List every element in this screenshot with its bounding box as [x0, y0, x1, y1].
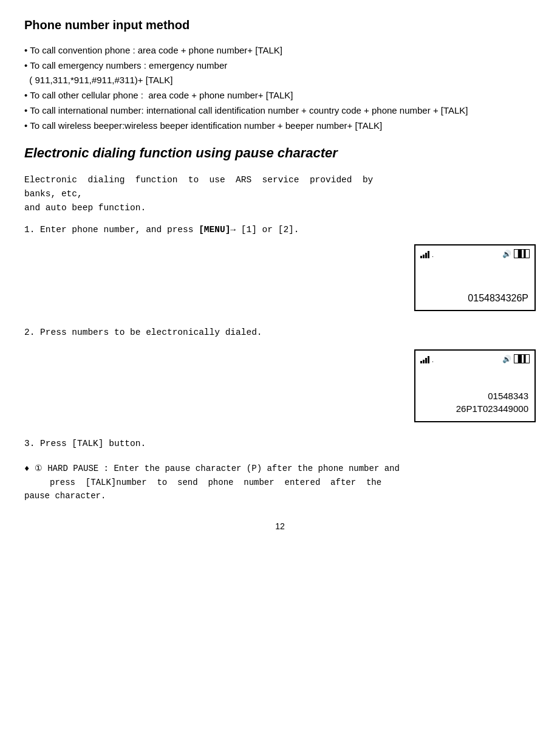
- battery-icon-1: ▐▌▌: [514, 249, 530, 258]
- speaker-icon-1: 🔊: [502, 250, 511, 258]
- step1-bold: [MENU]→: [199, 225, 236, 235]
- note-section: ♦ ① HARD PAUSE : Enter the pause charact…: [24, 462, 536, 503]
- signal-dot-2: .: [432, 356, 434, 363]
- screen2-line2: 26P1T023449000: [456, 403, 528, 414]
- note-line-2: press [TALK]number to send phone number …: [24, 476, 536, 489]
- screen2-number: 01548343 26P1T023449000: [456, 390, 528, 415]
- screen1-icons-right: 🔊 ▐▌▌: [502, 249, 530, 258]
- signal-bars-icon-2: [420, 355, 429, 363]
- bullet-item-5: • To call wireless beeper:wireless beepe…: [24, 118, 536, 132]
- screen1-number: 0154834326P: [468, 293, 528, 304]
- note-line-3: pause character.: [24, 489, 536, 503]
- signal-bars-icon-1: [420, 250, 429, 258]
- step1-prefix: 1. Enter phone number, and press: [24, 225, 199, 235]
- bullet-section: • To call convention phone : area code +…: [24, 43, 536, 133]
- speaker-icon-2: 🔊: [502, 355, 511, 363]
- intro-mono: Electronic dialing function to use ARS s…: [24, 173, 536, 216]
- battery-icon-2: ▐▌▌: [514, 354, 530, 363]
- page-title: Phone number input method: [24, 18, 536, 32]
- step1-suffix: [1] or [2].: [236, 225, 299, 235]
- phone-screen-1: . 🔊 ▐▌▌ 0154834326P: [414, 244, 536, 311]
- signal-dot-1: .: [432, 251, 434, 258]
- page-number: 12: [24, 521, 536, 531]
- screen1-container: . 🔊 ▐▌▌ 0154834326P: [24, 244, 536, 311]
- signal-area-2: .: [420, 355, 434, 363]
- bullet-item-2: • To call emergency numbers : emergency …: [24, 58, 536, 87]
- bullet-item-4: • To call international number: internat…: [24, 103, 536, 117]
- signal-area-1: .: [420, 250, 434, 258]
- screen2-line1: 01548343: [488, 391, 528, 401]
- screen2-icons-right: 🔊 ▐▌▌: [502, 354, 530, 363]
- screen2-container: . 🔊 ▐▌▌ 01548343 26P1T023449000: [24, 349, 536, 422]
- step2-line: 2. Press numbers to be electronically di…: [24, 326, 536, 340]
- screen1-top-row: . 🔊 ▐▌▌: [420, 249, 530, 258]
- phone-screen-2: . 🔊 ▐▌▌ 01548343 26P1T023449000: [414, 349, 536, 422]
- bullet-item-3: • To call other cellular phone : area co…: [24, 88, 536, 102]
- step3-line: 3. Press [TALK] button.: [24, 437, 536, 451]
- step1-line: 1. Enter phone number, and press [MENU]→…: [24, 225, 536, 235]
- section-heading: Electronic dialing function using pause …: [24, 145, 536, 161]
- note-line-1: ♦ ① HARD PAUSE : Enter the pause charact…: [24, 462, 536, 475]
- screen2-top-row: . 🔊 ▐▌▌: [420, 354, 530, 363]
- bullet-item-1: • To call convention phone : area code +…: [24, 43, 536, 57]
